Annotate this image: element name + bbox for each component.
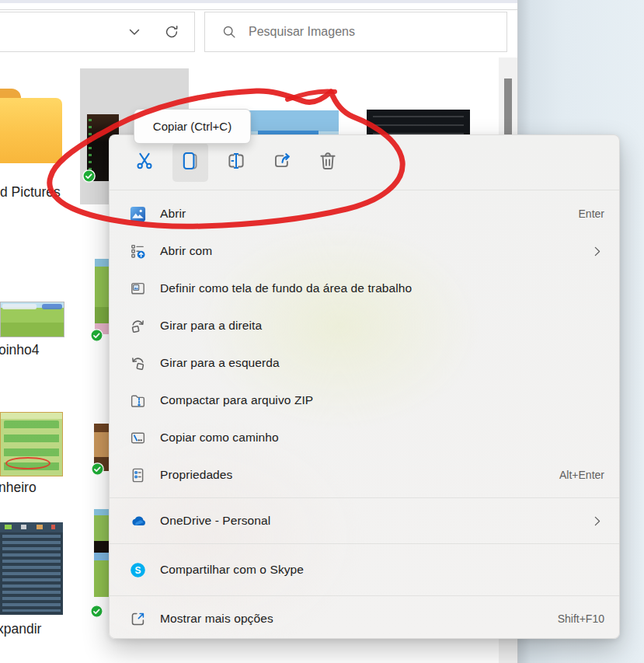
trash-icon <box>317 150 339 175</box>
onedrive-sync-badge <box>91 462 104 476</box>
onedrive-sync-badge <box>82 169 96 183</box>
window-top-strip <box>0 0 518 3</box>
menu-item-label: OneDrive - Personal <box>160 514 270 528</box>
context-menu: AbrirEnterAbrir comDefinir como tela de … <box>109 134 620 639</box>
wallpaper-icon <box>128 279 147 298</box>
menu-item-label: Girar para a direita <box>160 319 262 333</box>
copy-icon <box>179 150 201 175</box>
search-input[interactable] <box>249 25 482 39</box>
open-with-icon <box>128 242 147 260</box>
menu-item-label: Propriedades <box>160 468 232 482</box>
menu-divider <box>110 497 619 498</box>
share-icon <box>271 150 293 175</box>
menu-item-label: Girar para a esquerda <box>160 356 280 370</box>
address-bar[interactable] <box>0 12 195 52</box>
toolbar-divider <box>0 9 518 10</box>
menu-item-label: Abrir <box>160 207 186 221</box>
thumbnail-partial[interactable] <box>95 259 109 334</box>
thumbnail-game-shop[interactable] <box>0 412 63 476</box>
refresh-icon <box>163 23 180 40</box>
menu-item-copiar-como-caminho[interactable]: Copiar como caminho <box>113 419 615 456</box>
scrollbar-thumb[interactable] <box>504 79 512 134</box>
menu-item-onedrive-personal[interactable]: OneDrive - Personal <box>113 502 615 539</box>
shortcut-label: Shift+F10 <box>558 612 604 625</box>
thumbnail-partial[interactable] <box>94 509 109 597</box>
file-label[interactable]: xpandir <box>0 621 41 637</box>
chevron-right-icon <box>590 514 604 529</box>
menu-item-definir-como-tela-de-fundo-da-area-de-trabalho[interactable]: Definir como tela de fundo da área de tr… <box>113 270 615 307</box>
menu-item-label: Definir como tela de fundo da área de tr… <box>160 281 412 295</box>
menu-item-compactar-para-arquivo-zip[interactable]: Compactar para arquivo ZIP <box>113 382 615 419</box>
menu-item-label: Compartilhar com o Skype <box>160 563 304 577</box>
file-label[interactable]: nheiro <box>0 480 37 496</box>
menu-item-label: Compactar para arquivo ZIP <box>160 393 313 407</box>
zip-icon <box>128 391 147 410</box>
onedrive-sync-badge <box>90 329 103 342</box>
svg-text:S: S <box>134 564 141 575</box>
menu-item-label: Mostrar mais opções <box>160 612 273 626</box>
search-box[interactable] <box>204 12 507 52</box>
menu-divider <box>110 543 619 544</box>
skype-icon: S <box>128 560 147 579</box>
search-icon <box>221 23 238 40</box>
menu-item-label: Copiar como caminho <box>160 431 279 445</box>
shortcut-label: Enter <box>579 208 604 220</box>
photos-icon <box>128 204 147 223</box>
rename-icon <box>225 150 247 175</box>
tooltip-text: Copiar (Ctrl+C) <box>153 120 231 133</box>
menu-item-abrir-com[interactable]: Abrir com <box>113 232 615 270</box>
folder-icon[interactable] <box>0 89 62 163</box>
menu-item-girar-para-a-esquerda[interactable]: Girar para a esquerda <box>113 344 615 382</box>
rotate-right-icon <box>128 316 147 335</box>
copy-path-icon <box>128 428 147 447</box>
rotate-left-icon <box>128 354 147 372</box>
properties-icon <box>128 466 147 484</box>
menu-item-girar-para-a-direita[interactable]: Girar para a direita <box>113 307 615 344</box>
menu-item-propriedades[interactable]: PropriedadesAlt+Enter <box>113 456 615 494</box>
refresh-button[interactable] <box>158 19 185 45</box>
file-label[interactable]: d Pictures <box>0 184 61 201</box>
scissors-icon <box>134 150 155 175</box>
address-dropdown-button[interactable] <box>121 19 148 45</box>
context-menu-items: AbrirEnterAbrir comDefinir como tela de … <box>110 190 619 637</box>
copy-button[interactable] <box>172 143 208 182</box>
onedrive-sync-badge <box>90 605 103 618</box>
chevron-down-icon <box>126 23 143 40</box>
rename-button[interactable] <box>218 143 254 182</box>
more-options-icon <box>128 609 147 628</box>
chevron-right-icon <box>590 244 604 259</box>
thumbnail-farm-game[interactable] <box>0 302 64 337</box>
menu-item-mostrar-mais-opcoes[interactable]: Mostrar mais opçõesShift+F10 <box>113 600 615 637</box>
screen: d Pictures oinho4 nheiro xpandir AbrirEn… <box>0 0 644 663</box>
thumbnail-data-table[interactable] <box>0 522 63 615</box>
tooltip-copy: Copiar (Ctrl+C) <box>134 109 251 144</box>
menu-item-label: Abrir com <box>160 244 212 258</box>
menu-item-abrir[interactable]: AbrirEnter <box>113 195 615 232</box>
cut-button[interactable] <box>127 143 162 182</box>
file-label[interactable]: oinho4 <box>0 342 40 358</box>
shortcut-label: Alt+Enter <box>559 469 604 481</box>
menu-divider <box>110 595 619 596</box>
onedrive-icon <box>128 511 147 530</box>
menu-item-compartilhar-com-o-skype[interactable]: SCompartilhar com o Skype <box>113 548 615 591</box>
delete-button[interactable] <box>310 143 346 182</box>
share-button[interactable] <box>264 143 300 182</box>
